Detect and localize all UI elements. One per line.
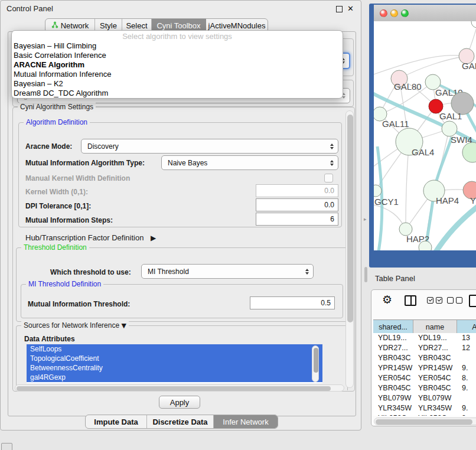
select-all-columns-icon[interactable] xyxy=(427,297,442,304)
mi-threshold-label: Mutual Information Threshold: xyxy=(28,300,130,308)
dpi-tolerance-field[interactable]: 0.0 xyxy=(256,198,338,211)
zoom-traffic-light[interactable] xyxy=(401,9,409,17)
table-row[interactable]: YPR145WYPR145W9. xyxy=(373,363,476,373)
attribute-list-item[interactable]: BetweennessCentrality xyxy=(27,363,322,373)
table-cell: 9. xyxy=(457,383,476,393)
minimized-panel-icon[interactable] xyxy=(1,443,12,450)
table-cell: YDL19... xyxy=(413,333,457,343)
group-title: Algorithm Definition xyxy=(24,118,90,126)
node-label: GAL xyxy=(462,61,476,71)
table-row[interactable]: YBL079WYBL079W xyxy=(373,393,476,403)
network-canvas[interactable]: GALGAL80GAL10GAL1GAL11GAL4SWI4GCY1HAP4YH… xyxy=(374,21,476,250)
float-window-icon[interactable] xyxy=(336,6,343,12)
aracne-mode-label: Aracne Mode: xyxy=(25,142,72,151)
node-label: Y xyxy=(470,195,476,206)
tab-label: Cyni Toolbox xyxy=(157,21,200,30)
algorithm-option[interactable]: Mutual Information Inference xyxy=(12,70,343,79)
node-label: GAL4 xyxy=(412,147,434,157)
node-table-panel: ⚙ shared...nameA YDL19...YDL19...13YDR27… xyxy=(371,289,476,426)
tab-label: Network xyxy=(61,21,89,30)
table-cell xyxy=(457,393,476,403)
tab-impute-data[interactable]: Impute Data xyxy=(86,415,147,428)
node-label: SWI4 xyxy=(451,135,472,145)
settings-horizontal-scrollbar[interactable] xyxy=(15,384,344,392)
close-window-icon[interactable]: ✕ xyxy=(347,4,354,13)
manual-kernel-checkbox[interactable] xyxy=(324,174,333,182)
new-table-icon[interactable] xyxy=(469,295,476,307)
minimize-traffic-light[interactable] xyxy=(390,9,398,17)
data-attributes-list[interactable]: SelfLoopsTopologicalCoefficientBetweenne… xyxy=(27,344,322,383)
attributes-scrollbar[interactable] xyxy=(312,345,319,382)
tab-discretize-data[interactable]: Discretize Data xyxy=(147,415,214,428)
table-cell: YIL052C xyxy=(373,413,413,416)
panel-splitter-handle[interactable] xyxy=(364,267,367,282)
node-label: GAL80 xyxy=(394,81,422,92)
node-label: GAL1 xyxy=(439,111,462,121)
network-node[interactable] xyxy=(462,142,476,162)
table-column-header[interactable]: name xyxy=(413,320,457,334)
split-panel-icon[interactable] xyxy=(405,295,416,306)
table-row[interactable]: YIL052CYIL052C9 xyxy=(373,413,476,416)
algorithm-option[interactable]: Bayesian – Hill Climbing xyxy=(12,41,343,51)
expand-triangle-icon: ▶ xyxy=(151,234,156,242)
table-cell: 8. xyxy=(457,373,476,383)
tab-infer-network[interactable]: Infer Network xyxy=(214,415,278,428)
mi-algorithm-type-label: Mutual Information Algorithm Type: xyxy=(25,159,145,167)
table-row[interactable]: YER054CYER054C8. xyxy=(373,373,476,383)
combo-stepper-icon xyxy=(305,269,309,275)
algorithm-option[interactable]: Bayesian – K2 xyxy=(12,79,343,89)
kernel-width-field[interactable]: 0.0 xyxy=(256,184,338,197)
hub-definition-label: Hub/Transcription Factor Definition xyxy=(25,233,144,242)
unselect-all-columns-icon[interactable] xyxy=(447,297,462,304)
table-cell: YBL079W xyxy=(413,393,457,403)
table-row[interactable]: YDL19...YDL19...13 xyxy=(373,333,476,343)
which-threshold-combo[interactable]: MI Threshold xyxy=(141,264,314,279)
combo-stepper-icon xyxy=(330,144,334,149)
attribute-list-item[interactable]: TopologicalCoefficient xyxy=(27,354,322,363)
close-traffic-light[interactable] xyxy=(380,9,387,17)
table-row[interactable]: YBR043CYBR043C xyxy=(373,353,476,363)
tab-label: Impute Data xyxy=(94,418,138,426)
desktop: { "window": { "title": "Control Panel", … xyxy=(0,0,476,450)
table-cell: 9 xyxy=(457,413,476,416)
table-cell: YBR045C xyxy=(413,383,457,393)
network-view-window: GALGAL80GAL10GAL1GAL11GAL4SWI4GCY1HAP4YH… xyxy=(369,4,476,268)
apply-button[interactable]: Apply xyxy=(159,396,200,409)
collapse-triangle-icon[interactable]: ▼ xyxy=(121,322,126,330)
table-row[interactable]: YLR345WYLR345W9. xyxy=(373,403,476,413)
mi-threshold-field[interactable]: 0.5 xyxy=(250,296,335,309)
which-threshold-value: MI Threshold xyxy=(148,268,189,276)
table-column-header[interactable]: shared... xyxy=(373,320,413,334)
mi-steps-label: Mutual Information Steps: xyxy=(25,216,113,224)
algorithm-option[interactable]: Dream8 DC_TDC Algorithm xyxy=(12,89,343,98)
settings-vertical-scrollbar[interactable] xyxy=(345,110,354,388)
mi-algorithm-type-combo[interactable]: Naive Bayes xyxy=(161,155,338,170)
dpi-tolerance-label: DPI Tolerance [0,1]: xyxy=(25,202,91,210)
bottom-tabs: Impute Data Discretize Data Infer Networ… xyxy=(85,415,278,429)
table-cell: YDR27... xyxy=(373,343,413,353)
table-column-header[interactable]: A xyxy=(457,320,476,334)
network-node[interactable] xyxy=(471,21,476,28)
table-row[interactable]: YBR045CYBR045C9. xyxy=(373,383,476,393)
sources-title: Sources for Network Inference xyxy=(24,321,119,330)
table-body: YDL19...YDL19...13YDR27...YDR27...12YBR0… xyxy=(373,333,476,416)
network-edge xyxy=(435,206,476,250)
table-cell: YIL052C xyxy=(413,413,457,416)
group-title: Sources for Network Inference ▼ xyxy=(21,321,129,330)
aracne-mode-combo[interactable]: Discovery xyxy=(81,139,338,154)
network-window-titlebar[interactable] xyxy=(374,5,476,22)
panel-splitter-arrow[interactable]: ▸ xyxy=(364,216,367,222)
table-horizontal-scrollbar[interactable] xyxy=(374,418,476,425)
table-panel-title: Table Panel xyxy=(375,274,415,283)
table-row[interactable]: YDR27...YDR27...12 xyxy=(373,343,476,353)
attribute-list-item[interactable]: gal4RGexp xyxy=(27,373,322,382)
table-cell: YBR043C xyxy=(413,353,457,363)
gear-icon[interactable]: ⚙ xyxy=(382,294,392,306)
attribute-list-item[interactable]: SelfLoops xyxy=(27,344,322,354)
combo-stepper-icon xyxy=(330,160,334,166)
mi-steps-field[interactable]: 6 xyxy=(256,213,338,226)
hub-definition-toggle[interactable]: Hub/Transcription Factor Definition ▶ xyxy=(25,233,156,242)
network-graph-icon xyxy=(51,21,58,30)
algorithm-option[interactable]: Basic Correlation Inference xyxy=(12,51,343,60)
algorithm-option[interactable]: ARACNE Algorithm xyxy=(12,60,343,70)
